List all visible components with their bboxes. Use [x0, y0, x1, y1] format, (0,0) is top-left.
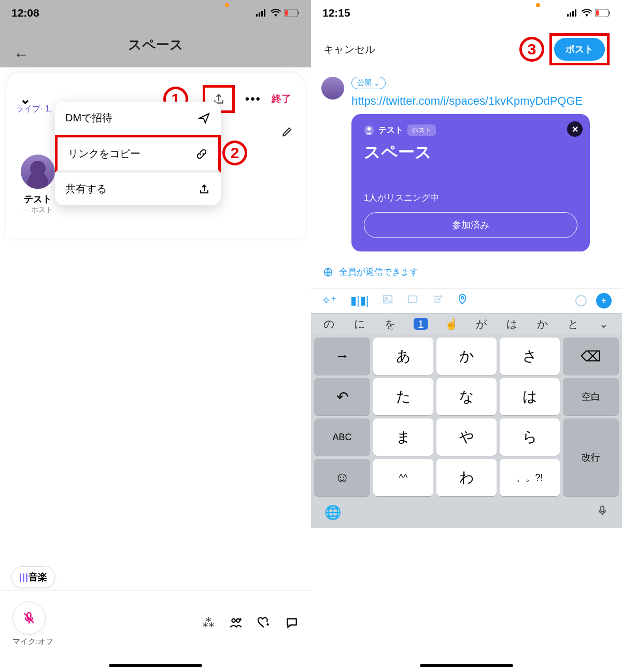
key-ya[interactable]: や [436, 418, 497, 456]
menu-copy-link[interactable]: リンクをコピー 2 [55, 135, 221, 173]
suggestion[interactable]: ☝️ [437, 318, 465, 330]
svg-point-24 [439, 299, 441, 300]
suggestion[interactable]: の [315, 317, 344, 331]
compose-body: 公開 ⌄ https://twitter.com/i/spaces/1kvKpm… [311, 73, 622, 256]
music-button[interactable]: ||| 音楽 [11, 566, 55, 588]
status-bar: 12:08 [0, 0, 311, 26]
compose-toolbar: ✧⁺ ▮|▮| + [311, 288, 622, 313]
send-icon [198, 112, 210, 124]
key-emoji[interactable]: ☺ [314, 459, 370, 496]
link-icon [195, 148, 208, 160]
post-button[interactable]: ポスト [554, 38, 605, 61]
svg-point-8 [232, 619, 235, 622]
svg-rect-11 [570, 12, 571, 17]
status-bar: 12:15 [311, 0, 622, 26]
edit-icon[interactable] [281, 125, 293, 141]
suggestion[interactable]: を [376, 317, 405, 331]
key-kaomoji[interactable]: ^^ [373, 459, 433, 496]
status-time: 12:08 [11, 7, 39, 19]
post-button-highlight: ポスト [549, 33, 610, 65]
suggestion[interactable]: か [529, 317, 557, 331]
status-time: 12:15 [322, 7, 350, 19]
suggestion[interactable]: と [559, 317, 587, 331]
globe-keyboard-icon[interactable]: 🌐 [324, 505, 341, 521]
gif-icon[interactable] [407, 293, 418, 308]
share-menu: DMで招待 リンクをコピー 2 共有する [55, 102, 221, 205]
wifi-icon [582, 9, 592, 17]
key-undo[interactable]: ↶ [314, 378, 370, 415]
battery-low-icon [595, 9, 611, 17]
menu-copy-label: リンクをコピー [68, 147, 140, 161]
key-ma[interactable]: ま [373, 418, 433, 456]
chevron-down-icon: ⌄ [374, 79, 380, 87]
signal-icon [256, 9, 267, 17]
suggestion[interactable]: に [346, 317, 374, 331]
compose-header: キャンセル 3 ポスト [311, 26, 622, 73]
location-icon[interactable] [457, 293, 468, 308]
key-sa[interactable]: さ [500, 338, 560, 375]
page-title: スペース [128, 36, 183, 54]
menu-dm-label: DMで招待 [65, 111, 112, 125]
key-ta[interactable]: た [373, 378, 433, 415]
audio-wave-icon[interactable]: ▮|▮| [350, 294, 369, 307]
end-button[interactable]: 終了 [272, 92, 291, 106]
poll-icon[interactable] [432, 293, 443, 308]
add-thread-button[interactable]: + [596, 293, 612, 309]
battery-low-icon [284, 9, 300, 17]
recording-dot-icon [225, 3, 229, 7]
key-arrow[interactable]: → [314, 338, 370, 375]
participant-name: テスト [21, 193, 55, 205]
svg-point-23 [441, 296, 442, 297]
comment-icon[interactable] [285, 616, 299, 633]
svg-rect-22 [408, 296, 417, 303]
compose-text[interactable]: https://twitter.com/i/spaces/1kvKpmyDdPQ… [351, 94, 612, 108]
key-a[interactable]: あ [373, 338, 433, 375]
people-icon[interactable] [229, 616, 243, 633]
svg-rect-13 [575, 9, 576, 17]
key-punct[interactable]: 、。?! [500, 459, 560, 496]
back-arrow-icon[interactable]: ← [13, 46, 29, 63]
callout-2: 2 [222, 141, 247, 165]
svg-rect-26 [601, 506, 604, 512]
key-delete[interactable]: ⌫ [563, 338, 619, 375]
key-wa[interactable]: わ [436, 459, 497, 496]
visibility-chip[interactable]: 公開 ⌄ [351, 77, 386, 89]
magic-icon[interactable]: ✧⁺ [321, 294, 337, 307]
listening-count: 1人がリスニング中 [364, 192, 577, 204]
svg-rect-3 [264, 9, 265, 17]
participant: テスト ホスト [21, 155, 55, 215]
collapse-suggestions-icon[interactable]: ⌄ [589, 318, 618, 330]
person-icon [364, 125, 374, 135]
avatar-icon [321, 77, 344, 100]
keyboard-suggestions: の に を 1 ☝️ が は か と ⌄ [311, 313, 622, 334]
mic-button[interactable] [12, 601, 46, 635]
key-ra[interactable]: ら [500, 418, 560, 456]
char-counter-icon [575, 295, 587, 306]
key-na[interactable]: な [436, 378, 497, 415]
effects-icon[interactable]: ⁂ [202, 616, 215, 633]
key-space[interactable]: 空白 [563, 378, 619, 415]
more-icon[interactable]: ••• [245, 92, 261, 106]
suggestion[interactable]: 1 [406, 318, 435, 330]
menu-share[interactable]: 共有する [55, 173, 221, 205]
music-label: 音楽 [29, 571, 47, 583]
key-abc[interactable]: ABC [314, 418, 370, 456]
home-indicator [109, 664, 202, 667]
avatar-icon [21, 155, 55, 189]
host-badge: ホスト [407, 124, 436, 136]
heart-icon[interactable] [257, 616, 271, 633]
cancel-button[interactable]: キャンセル [323, 43, 375, 57]
key-ha[interactable]: は [500, 378, 560, 415]
key-ka[interactable]: か [436, 338, 497, 375]
signal-icon [567, 9, 578, 17]
key-enter[interactable]: 改行 [563, 418, 619, 496]
menu-dm-invite[interactable]: DMで招待 [55, 102, 221, 135]
svg-rect-2 [261, 11, 263, 17]
image-icon[interactable] [382, 293, 393, 308]
joined-button[interactable]: 参加済み [364, 212, 577, 238]
suggestion[interactable]: が [468, 317, 496, 331]
reply-scope[interactable]: 全員が返信できます [311, 256, 622, 288]
mic-keyboard-icon[interactable] [596, 505, 609, 521]
suggestion[interactable]: は [498, 317, 527, 331]
remove-card-button[interactable]: ✕ [567, 121, 583, 137]
